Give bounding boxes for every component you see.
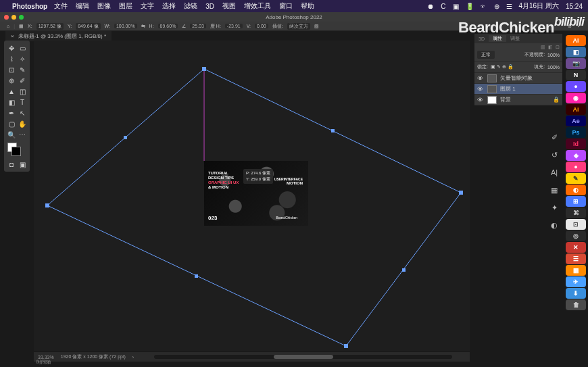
layer-name[interactable]: 背景 <box>500 96 511 103</box>
menu-layer[interactable]: 图层 <box>119 1 132 11</box>
dock-app-icon[interactable]: 🗑 <box>566 299 586 310</box>
gradient-tool[interactable]: ◧ <box>6 97 17 107</box>
move-tool[interactable]: ✥ <box>6 43 17 53</box>
dock-app-icon[interactable]: ⬇ <box>566 288 586 299</box>
menu-edit[interactable]: 编辑 <box>76 1 89 11</box>
blend-mode-select[interactable]: 正常 <box>477 51 495 59</box>
dock-app-icon[interactable]: ✈ <box>566 276 586 287</box>
menu-select[interactable]: 选择 <box>162 1 176 11</box>
dock-app-icon[interactable]: Ai <box>566 104 586 115</box>
menu-help[interactable]: 帮助 <box>301 1 314 11</box>
minimize-window-icon[interactable] <box>11 15 16 20</box>
menu-image[interactable]: 图像 <box>97 1 111 11</box>
brush-tool[interactable]: ✐ <box>17 75 28 86</box>
eyedropper-tool[interactable]: ✎ <box>17 64 28 75</box>
stamp-tool[interactable]: ▲ <box>6 86 17 97</box>
dock-app-icon[interactable]: ✕ <box>566 242 586 253</box>
smart-object-preview[interactable]: TUTORIAL DESIGN TIPS GRAPHIC UI UX & MOT… <box>204 161 308 226</box>
interp-mode[interactable]: 两次立方 <box>287 23 310 30</box>
panel-icon[interactable]: ◧ <box>548 45 553 47</box>
dock-app-icon[interactable]: ⊡ <box>566 219 586 230</box>
layer-name[interactable]: 图层 1 <box>500 85 516 93</box>
zoom-tool[interactable]: 🔍 <box>6 129 17 140</box>
home-icon[interactable]: ⌂ <box>7 24 9 28</box>
status-time[interactable]: 15:24 <box>566 3 583 10</box>
dock-app-icon[interactable]: ◉ <box>566 93 586 103</box>
visibility-icon[interactable]: 👁 <box>477 97 484 103</box>
menu-type[interactable]: 文字 <box>141 1 154 11</box>
opt-h-value[interactable]: 89.60% <box>158 24 178 28</box>
maximize-window-icon[interactable] <box>19 15 24 20</box>
status-battery-icon[interactable]: 🔋 <box>466 3 474 10</box>
heal-tool[interactable]: ⊕ <box>6 75 17 86</box>
status-app-icon[interactable]: ▣ <box>453 3 459 10</box>
opt-w-value[interactable]: 100.00% <box>114 24 137 28</box>
tab-3d[interactable]: 3D <box>474 36 489 41</box>
status-search-icon[interactable]: ⊕ <box>494 3 499 10</box>
tab-close-icon[interactable]: × <box>11 33 14 39</box>
menu-3d[interactable]: 3D <box>205 3 214 10</box>
link-icon[interactable]: ⇋ <box>141 24 145 29</box>
quickmask-tool[interactable]: ◘ <box>6 159 17 170</box>
opt-x-value[interactable]: 1297.52 像 <box>36 23 64 30</box>
menu-file[interactable]: 文件 <box>54 1 68 11</box>
dock-app-icon[interactable]: ☰ <box>566 253 586 264</box>
status-date[interactable]: 4月16日 周六 <box>519 1 559 11</box>
opt-y-value[interactable]: 849.64 像 <box>76 23 100 30</box>
style-panel-icon[interactable]: ✦ <box>548 201 560 214</box>
pen-tool[interactable]: ✒ <box>6 107 17 118</box>
wand-tool[interactable]: ✧ <box>17 53 28 64</box>
type-tool[interactable]: T <box>17 97 28 107</box>
crop-tool[interactable]: ⊡ <box>6 64 17 75</box>
lasso-tool[interactable]: ⌇ <box>6 53 17 64</box>
canvas[interactable]: TUTORIAL DESIGN TIPS GRAPHIC UI UX & MOT… <box>34 41 470 351</box>
dock-app-icon[interactable]: Ai <box>566 35 586 46</box>
opt-angle-value[interactable]: 25.03 <box>190 24 206 28</box>
dock-app-icon[interactable]: ⊞ <box>566 196 586 207</box>
dock-app-icon[interactable]: ● <box>566 81 586 92</box>
opacity-value[interactable]: 100% <box>547 53 560 57</box>
more-tools[interactable]: ⋯ <box>17 129 28 140</box>
status-control-icon[interactable]: ☰ <box>506 3 512 10</box>
dock-app-icon[interactable]: ◧ <box>566 47 586 57</box>
dock-app-icon[interactable]: N <box>566 70 586 80</box>
background-color[interactable] <box>11 147 21 156</box>
menu-filter[interactable]: 滤镜 <box>184 1 197 11</box>
scrollbar-thumb[interactable] <box>274 355 333 359</box>
panel-icon[interactable]: ▥ <box>541 45 545 47</box>
screenmode-tool[interactable]: ▣ <box>17 159 28 170</box>
dock-app-icon[interactable]: ✎ <box>566 173 586 184</box>
layer-name[interactable]: 矢量智能对象 <box>500 74 533 82</box>
dock-app-icon[interactable]: Id <box>566 139 586 149</box>
brush-panel-icon[interactable]: ✐ <box>548 131 560 143</box>
lock-icon[interactable]: 🔒 <box>553 97 560 103</box>
marquee-tool[interactable]: ▭ <box>17 43 28 53</box>
eraser-tool[interactable]: ◫ <box>17 86 28 97</box>
dock-app-icon[interactable]: Ae <box>566 116 586 126</box>
history-panel-icon[interactable]: ↺ <box>548 149 560 161</box>
status-ctr-icon[interactable]: C <box>441 3 445 10</box>
dock-app-icon[interactable]: ● <box>566 162 586 172</box>
opt-hskew-value[interactable]: -23.91 <box>225 24 243 28</box>
panel-icon[interactable]: ⊡ <box>556 45 560 47</box>
color-swatches[interactable] <box>6 143 28 159</box>
visibility-icon[interactable]: 👁 <box>477 86 484 93</box>
shape-tool[interactable]: ▢ <box>6 118 17 129</box>
document-tab[interactable]: × 未标题-1 @ 33.3% (图层 1, RGB/8) * <box>5 31 112 41</box>
menu-plugins[interactable]: 增效工具 <box>244 1 271 11</box>
swatch-panel-icon[interactable]: ▦ <box>548 184 560 196</box>
chevron-right-icon[interactable]: › <box>132 355 134 360</box>
dock-app-icon[interactable]: ◈ <box>566 150 586 161</box>
dock-app-icon[interactable]: ▦ <box>566 265 586 276</box>
visibility-icon[interactable]: 👁 <box>477 75 484 82</box>
dock-app-icon[interactable]: Ps <box>566 127 586 138</box>
close-window-icon[interactable] <box>4 15 9 20</box>
doc-dims[interactable]: 1920 像素 x 1200 像素 (72 ppi) <box>61 353 126 360</box>
menu-view[interactable]: 视图 <box>222 1 236 11</box>
char-panel-icon[interactable]: A| <box>548 166 560 178</box>
dock-app-icon[interactable]: ◐ <box>566 185 586 195</box>
horizontal-scrollbar[interactable] <box>154 355 452 359</box>
layer-row[interactable]: 👁 图层 1 <box>474 84 562 95</box>
hand-tool[interactable]: ✋ <box>17 118 28 129</box>
lock-icons[interactable]: ▣ ✎ ⊕ 🔒 <box>491 64 514 70</box>
